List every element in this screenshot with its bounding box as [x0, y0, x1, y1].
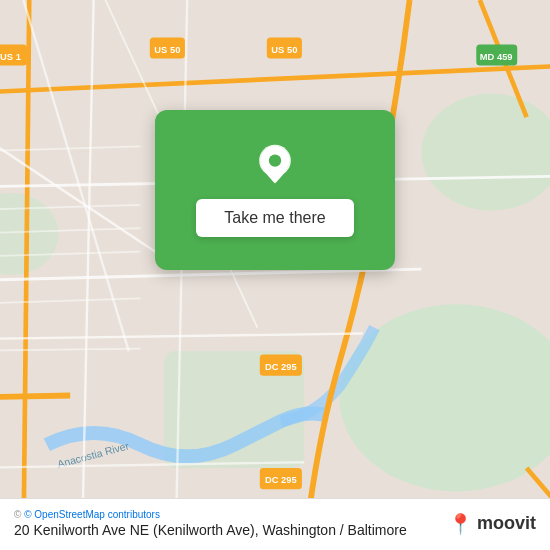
moovit-logo: 📍 moovit	[448, 512, 536, 536]
svg-text:DC 295: DC 295	[265, 362, 297, 372]
take-me-there-button[interactable]: Take me there	[196, 199, 353, 237]
location-card: Take me there	[155, 110, 395, 270]
bottom-bar: © © OpenStreetMap contributors 20 Kenilw…	[0, 498, 550, 550]
svg-text:US 50: US 50	[154, 45, 180, 55]
location-pin-icon	[253, 143, 297, 187]
moovit-pin: 📍	[448, 512, 473, 536]
svg-text:US 1: US 1	[0, 52, 21, 62]
bottom-left-info: © © OpenStreetMap contributors 20 Kenilw…	[14, 509, 407, 538]
moovit-text: moovit	[477, 513, 536, 534]
svg-point-47	[269, 154, 281, 166]
map-background: Anacostia River US 1	[0, 0, 550, 550]
map-container: Anacostia River US 1	[0, 0, 550, 550]
address-text: 20 Kenilworth Ave NE (Kenilworth Ave), W…	[14, 522, 407, 538]
svg-text:DC 295: DC 295	[265, 475, 297, 485]
svg-line-6	[0, 396, 70, 398]
svg-text:MD 459: MD 459	[480, 52, 513, 62]
osm-link[interactable]: © OpenStreetMap contributors	[24, 509, 160, 520]
svg-text:US 50: US 50	[271, 45, 297, 55]
attribution-text: © © OpenStreetMap contributors	[14, 509, 407, 520]
